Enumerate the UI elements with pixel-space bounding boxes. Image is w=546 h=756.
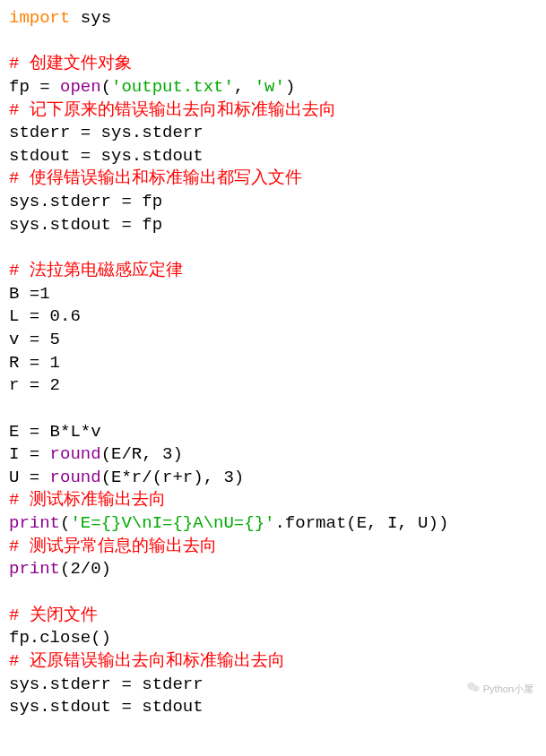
string: 'E={}V\nI={}A\nU={}' — [70, 513, 274, 533]
watermark-text: Python小屋 — [483, 683, 533, 696]
code-line: L = 0.6 — [9, 306, 81, 326]
builtin-round: round — [50, 468, 101, 487]
comment: # 创建文件对象 — [9, 54, 132, 73]
builtin-round: round — [50, 444, 101, 464]
string: 'w' — [255, 77, 285, 97]
token: ) — [285, 77, 295, 97]
token: (E/R, 3) — [101, 444, 183, 464]
code-line: fp.close() — [9, 628, 111, 648]
keyword-import: import — [9, 8, 70, 28]
code-block: import sys # 创建文件对象 fp = open('output.tx… — [9, 7, 537, 719]
comment: # 测试异常信息的输出去向 — [9, 537, 217, 556]
token: .format(E, I, U)) — [274, 513, 448, 533]
token: fp = — [9, 77, 60, 97]
builtin-print: print — [9, 513, 60, 533]
code-line: R = 1 — [9, 353, 60, 373]
wechat-icon — [467, 682, 480, 696]
comment: # 使得错误输出和标准输出都写入文件 — [9, 168, 302, 188]
code-line: sys.stderr = stderr — [9, 674, 204, 694]
comment: # 法拉第电磁感应定律 — [9, 261, 183, 280]
token: (E*r/(r+r), 3) — [101, 468, 245, 487]
comment: # 记下原来的错误输出去向和标准输出去向 — [9, 100, 336, 120]
code-line: B =1 — [9, 284, 50, 304]
comment: # 测试标准输出去向 — [9, 490, 166, 510]
comment: # 还原错误输出去向和标准输出去向 — [9, 651, 285, 671]
token: , — [234, 77, 255, 97]
svg-point-1 — [472, 686, 480, 692]
string: 'output.txt' — [111, 77, 234, 97]
code-line: r = 2 — [9, 375, 60, 395]
token: I = — [9, 444, 50, 464]
comment: # 关闭文件 — [9, 606, 98, 625]
code-line: sys.stderr = fp — [9, 192, 162, 211]
code-line: E = B*L*v — [9, 422, 101, 442]
builtin-open: open — [60, 77, 101, 97]
code-line: sys.stdout = fp — [9, 215, 162, 235]
watermark: Python小屋 — [467, 682, 533, 696]
code-line: v = 5 — [9, 330, 60, 349]
code-line: stdout = sys.stdout — [9, 146, 204, 166]
code-line: sys.stdout = stdout — [9, 697, 204, 717]
builtin-print: print — [9, 559, 60, 579]
token: (2/0) — [60, 559, 111, 579]
token: sys — [70, 8, 111, 28]
code-line: stderr = sys.stderr — [9, 123, 204, 142]
token: U = — [9, 468, 50, 487]
token: ( — [101, 77, 111, 97]
token: ( — [60, 513, 70, 533]
